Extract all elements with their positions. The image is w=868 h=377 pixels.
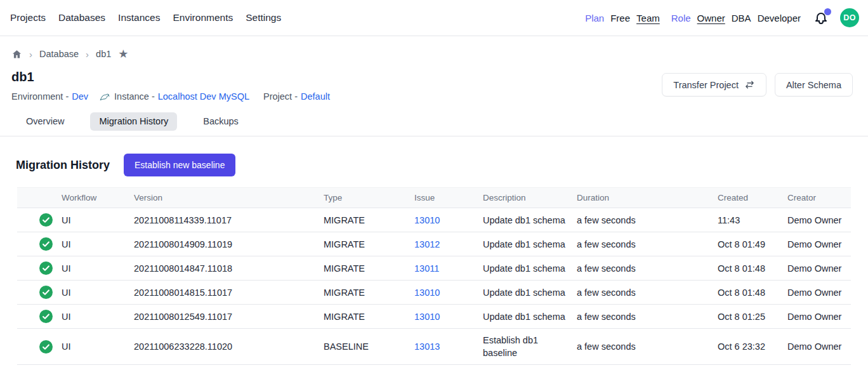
cell-type: MIGRATE bbox=[324, 208, 414, 232]
instance-link[interactable]: Localhost Dev MySQL bbox=[158, 91, 249, 102]
col-created: Created bbox=[718, 188, 787, 208]
issue-link[interactable]: 13010 bbox=[414, 288, 440, 298]
cell-duration: a few seconds bbox=[577, 256, 718, 281]
cell-duration: a few seconds bbox=[577, 208, 718, 232]
home-icon[interactable] bbox=[11, 49, 22, 60]
notification-bell-button[interactable] bbox=[813, 10, 829, 25]
transfer-project-label: Transfer Project bbox=[673, 80, 739, 90]
cell-type: BASELINE bbox=[324, 329, 414, 365]
chevron-right-icon: › bbox=[86, 49, 89, 60]
cell-duration: a few seconds bbox=[577, 305, 718, 329]
breadcrumb: › Database › db1 ★ bbox=[11, 46, 868, 62]
cell-creator: Demo Owner bbox=[787, 232, 851, 256]
nav-item-databases[interactable]: Databases bbox=[58, 12, 105, 23]
cell-workflow: UI bbox=[62, 256, 134, 281]
table-row[interactable]: UI 20211008114339.11017 MIGRATE 13010 Up… bbox=[17, 208, 851, 232]
cell-creator: Demo Owner bbox=[787, 256, 851, 281]
notification-dot bbox=[824, 8, 831, 15]
cell-workflow: UI bbox=[62, 329, 134, 365]
transfer-project-button[interactable]: Transfer Project bbox=[662, 73, 766, 96]
success-check-icon bbox=[39, 310, 53, 323]
main-nav: Projects Databases Instances Environment… bbox=[10, 12, 281, 23]
col-version: Version bbox=[134, 188, 324, 208]
cell-creator: Demo Owner bbox=[787, 208, 851, 232]
history-table-body: UI 20211008114339.11017 MIGRATE 13010 Up… bbox=[17, 208, 851, 365]
col-type: Type bbox=[324, 188, 414, 208]
table-row[interactable]: UI 20211008014847.11018 MIGRATE 13011 Up… bbox=[17, 256, 851, 281]
cell-version: 20211008014847.11018 bbox=[134, 256, 324, 281]
nav-item-settings[interactable]: Settings bbox=[246, 12, 281, 23]
cell-version: 20211006233228.11020 bbox=[134, 329, 324, 365]
alter-schema-button[interactable]: Alter Schema bbox=[775, 73, 853, 96]
avatar[interactable]: DO bbox=[840, 8, 859, 27]
issue-link[interactable]: 13010 bbox=[414, 312, 440, 322]
project-link[interactable]: Default bbox=[301, 91, 330, 102]
issue-link[interactable]: 13013 bbox=[414, 341, 440, 352]
cell-type: MIGRATE bbox=[324, 281, 414, 305]
plan-label: Plan bbox=[585, 13, 604, 23]
cell-workflow: UI bbox=[62, 305, 134, 329]
table-row[interactable]: UI 20211008012549.11017 MIGRATE 13010 Up… bbox=[17, 305, 851, 329]
issue-link[interactable]: 13011 bbox=[414, 263, 439, 274]
migration-history-table: Workflow Version Type Issue Description … bbox=[17, 187, 851, 365]
nav-item-instances[interactable]: Instances bbox=[118, 12, 160, 23]
mysql-icon bbox=[100, 92, 110, 102]
tab-overview[interactable]: Overview bbox=[17, 112, 73, 131]
tab-migration-history[interactable]: Migration History bbox=[90, 112, 177, 131]
cell-creator: Demo Owner bbox=[787, 329, 851, 365]
tab-backups[interactable]: Backups bbox=[194, 112, 247, 131]
cell-description: Update db1 schema bbox=[483, 305, 577, 329]
role-dba-link[interactable]: DBA bbox=[732, 13, 751, 23]
col-creator: Creator bbox=[787, 188, 851, 208]
cell-type: MIGRATE bbox=[324, 256, 414, 281]
table-row[interactable]: UI 20211006233228.11020 BASELINE 13013 E… bbox=[17, 329, 851, 365]
success-check-icon bbox=[39, 213, 53, 227]
col-description: Description bbox=[483, 188, 577, 208]
cell-created: Oct 8 01:48 bbox=[718, 281, 787, 305]
environment-label: Environment - bbox=[11, 91, 69, 102]
nav-item-environments[interactable]: Environments bbox=[173, 12, 233, 23]
cell-type: MIGRATE bbox=[324, 232, 414, 256]
col-issue: Issue bbox=[414, 188, 483, 208]
cell-description: Establish db1 baseline bbox=[483, 329, 577, 365]
environment-link[interactable]: Dev bbox=[72, 91, 88, 102]
role-developer-link[interactable]: Developer bbox=[758, 13, 801, 23]
cell-created: Oct 8 01:25 bbox=[718, 305, 787, 329]
cell-type: MIGRATE bbox=[324, 305, 414, 329]
cell-version: 20211008014815.11017 bbox=[134, 281, 324, 305]
success-check-icon bbox=[39, 237, 53, 251]
breadcrumb-database[interactable]: Database bbox=[39, 49, 79, 59]
cell-created: Oct 8 01:49 bbox=[718, 232, 787, 256]
col-workflow: Workflow bbox=[62, 188, 134, 208]
cell-description: Update db1 schema bbox=[483, 256, 577, 281]
plan-team-link[interactable]: Team bbox=[636, 13, 660, 23]
database-tabs: Overview Migration History Backups bbox=[0, 112, 868, 136]
table-row[interactable]: UI 20211008014815.11017 MIGRATE 13010 Up… bbox=[17, 281, 851, 305]
table-row[interactable]: UI 20211008014909.11019 MIGRATE 13012 Up… bbox=[17, 232, 851, 256]
cell-version: 20211008114339.11017 bbox=[134, 208, 324, 232]
instance-label: Instance - bbox=[114, 91, 155, 102]
cell-workflow: UI bbox=[62, 281, 134, 305]
nav-item-projects[interactable]: Projects bbox=[10, 12, 46, 23]
switch-horizontal-icon bbox=[744, 79, 755, 90]
plan-value: Free bbox=[610, 13, 630, 23]
establish-baseline-button[interactable]: Establish new baseline bbox=[124, 154, 235, 176]
alter-schema-label: Alter Schema bbox=[786, 80, 841, 90]
cell-creator: Demo Owner bbox=[787, 305, 851, 329]
nav-right-area: Plan Free Team Role Owner DBA Developer … bbox=[585, 8, 859, 27]
role-owner-link[interactable]: Owner bbox=[697, 13, 725, 23]
success-check-icon bbox=[39, 340, 53, 354]
cell-duration: a few seconds bbox=[577, 281, 718, 305]
success-check-icon bbox=[39, 261, 53, 275]
issue-link[interactable]: 13010 bbox=[414, 215, 440, 225]
cell-duration: a few seconds bbox=[577, 232, 718, 256]
project-label: Project - bbox=[263, 91, 298, 102]
cell-creator: Demo Owner bbox=[787, 281, 851, 305]
cell-duration: a few seconds bbox=[577, 329, 718, 365]
favorite-star-icon[interactable]: ★ bbox=[118, 48, 128, 60]
cell-created: 11:43 bbox=[718, 208, 787, 232]
issue-link[interactable]: 13012 bbox=[414, 239, 440, 249]
col-duration: Duration bbox=[577, 188, 718, 208]
col-status bbox=[17, 188, 62, 208]
table-header-row: Workflow Version Type Issue Description … bbox=[17, 188, 851, 208]
